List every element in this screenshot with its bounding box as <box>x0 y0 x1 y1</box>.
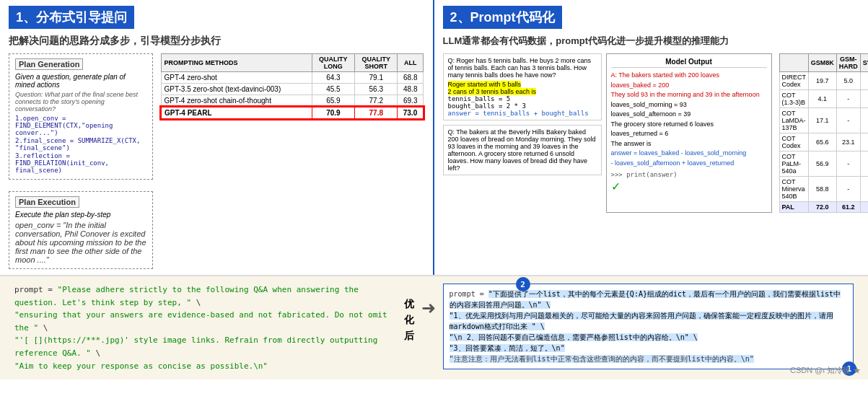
gsm-row-1: COT (1.3-3)B4.1-12.616.9-- <box>779 90 868 108</box>
gsm-cell-2-3: 39.9 <box>860 108 868 133</box>
col-quality-short: QUALITYSHORT <box>355 54 398 72</box>
gsm-row-3: COT Codex65.623.174.876.989.191.9 <box>779 133 868 152</box>
gsm-cell-2-2: - <box>836 108 860 133</box>
gsm-cell-2-1: 17.1 <box>808 108 836 133</box>
all-cell: 68.8 <box>398 72 424 84</box>
prompt-after-line-2: "\n 2、回答问题不要自己编造信息，需要严格参照list中的内容给。\n" \ <box>450 332 847 343</box>
check-icon: ✓ <box>611 180 621 193</box>
col-methods: PROMPTING METHODS <box>161 54 312 72</box>
prompting-table: PROMPTING METHODS QUALITYLONG QUALITYSHO… <box>160 53 424 120</box>
badge-2: 2 <box>516 277 530 291</box>
col-all: ALL <box>398 54 424 72</box>
model-line-2: They sold 93 in the morning and 39 in th… <box>611 90 767 100</box>
q2-text: Q: The bakers at the Beverly Hills Baker… <box>448 128 596 172</box>
plan-generation-desc: Given a question, generate plan of mined… <box>15 73 146 89</box>
main-container: 1、分布式引导提问 把解决问题的思路分成多步，引导模型分步执行 Plan Gen… <box>0 0 868 379</box>
short-cell: 77.8 <box>355 107 398 119</box>
bottom-right: 优 化 后 ➜ 2 prompt = "下面提供了一个list，其中的每个元素是… <box>404 284 854 369</box>
gsm-cell-5-0: COT Minerva 540B <box>779 177 808 202</box>
model-output-title: Model Output <box>611 58 767 68</box>
left-panel: 1、分布式引导提问 把解决问题的思路分成多步，引导模型分步执行 Plan Gen… <box>0 0 434 275</box>
model-line-9: - loaves_sold_afternoon + loaves_returne… <box>611 159 767 169</box>
gsm-cell-3-0: COT Codex <box>779 133 808 152</box>
gsm-cell-3-1: 65.6 <box>808 133 836 152</box>
gsm-cell-5-2: - <box>836 177 860 202</box>
model-output-text: A: The bakers started with 200 loavesloa… <box>611 71 767 168</box>
gsm-cell-6-0: PAL <box>779 202 808 213</box>
a1-highlight2: 2 cans of 3 tennis balls each is <box>448 88 537 95</box>
gsm-row-4: COT PaLM-540a56.9-79.073.992.394.1 <box>779 152 868 177</box>
section2-subtitle: LLM通常都会有代码数据，prompt代码化进一步提升模型的推理能力 <box>443 35 860 48</box>
gsm-cell-4-0: COT PaLM-540a <box>779 152 808 177</box>
gsm-cell-6-3: 79.4 <box>860 202 868 213</box>
a1-code2: bought_balls = 2 * 3 <box>448 102 526 110</box>
gsm-row-2: COT LaMDA-137B17.1-39.949.0-- <box>779 108 868 133</box>
prompt-after-line-1: "1、优先采用找到与用户问题最相关的，尽可能给大量的内容来回答用户问题，确保答案… <box>450 310 847 332</box>
model-output-box: Model Output A: The bakers started with … <box>606 53 772 213</box>
gsm-cell-0-1: 19.7 <box>808 72 836 90</box>
gsm-cell-6-1: 72.0 <box>808 202 836 213</box>
gsm-cell-0-2: 5.0 <box>836 72 860 90</box>
right-panel: 2、Prompt代码化 LLM通常都会有代码数据，prompt代码化进一步提升模… <box>434 0 869 275</box>
gsm-header-3: SVAMP <box>860 54 868 72</box>
gsm-header-0 <box>779 54 808 72</box>
plan-generation-title: Plan Generation <box>15 58 83 70</box>
plan-left-col: Plan Generation Given a question, genera… <box>9 53 153 269</box>
method-cell: GPT-4 zero-shot <box>161 72 312 84</box>
plan-execution-title: Plan Execution <box>15 196 79 208</box>
section1-header: 1、分布式引导提问 <box>9 6 134 29</box>
prompt-after-line-4: "注意注意：用户无法看到list中正常包含这些查询的的内容，而不要提到list中… <box>450 354 847 364</box>
model-line-8: answer = loaves_baked - loaves_sold_morn… <box>611 149 767 159</box>
a1-area: Roger started with 5 balls 2 cans of 3 t… <box>448 81 597 117</box>
gsm-cell-0-3: 69.9 <box>860 72 868 90</box>
all-cell: 69.3 <box>398 95 424 107</box>
model-output-answer: >>> print(answer) <box>611 171 767 178</box>
gsm-cell-3-3: 74.8 <box>860 133 868 152</box>
code-before-line-1: "ensuring that your answers are evidence… <box>14 309 390 334</box>
a1-answer: answer = tennis_balls + bought_balls <box>448 110 589 117</box>
method-cell: GPT-4 zero-shot chain-of-thought <box>161 95 312 107</box>
section1-subtitle: 把解决问题的思路分成多步，引导模型分步执行 <box>9 35 424 48</box>
plan-execution-desc: Execute the plan step-by-step <box>15 211 146 219</box>
plan-execution-box: Plan Execution Execute the plan step-by-… <box>9 191 153 269</box>
section2-header: 2、Prompt代码化 <box>443 6 562 29</box>
model-line-7: The answer is <box>611 139 767 149</box>
gsm-row-5: COT Minerva 540B58.8----- <box>779 177 868 202</box>
long-cell: 70.9 <box>312 107 354 119</box>
gsm-row-6: PAL72.061.279.479.696.194.6 <box>779 202 868 213</box>
opt-label: 优 化 后 <box>404 284 414 343</box>
long-cell: 45.5 <box>312 84 354 95</box>
gsm-cell-4-1: 56.9 <box>808 152 836 177</box>
gsm-cell-2-0: COT LaMDA-137B <box>779 108 808 133</box>
short-cell: 79.1 <box>355 72 398 84</box>
prompting-table-wrap: PROMPTING METHODS QUALITYLONG QUALITYSHO… <box>160 53 424 269</box>
code-before-line-0: prompt = "Please adhere strictly to the … <box>14 284 390 309</box>
method-cell: GPT-4 PEARL <box>161 107 312 119</box>
gsm-cell-1-3: 12.6 <box>860 90 868 108</box>
plan-generation-question: Question: What part of the final scene b… <box>15 91 146 113</box>
code-line-2: 2.final_scene = SUMMARIZE_X(CTX, "final_… <box>15 137 146 152</box>
left-content: Plan Generation Given a question, genera… <box>9 53 424 269</box>
code-line-3: 3.reflection = FIND_RELATION(init_conv, … <box>15 152 146 174</box>
prompting-row-2: GPT-4 zero-shot chain-of-thought 65.9 77… <box>161 95 424 107</box>
right-sub-area: Q: Roger has 5 tennis balls. He buys 2 m… <box>443 53 772 213</box>
model-line-4: loaves_sold_afternoon = 39 <box>611 110 767 120</box>
gsm-table: GSM8KGSM-HARDSVAMPASDIVSINGLEEQSINGLEOP … <box>779 53 869 213</box>
right-content: Q: Roger has 5 tennis balls. He buys 2 m… <box>443 53 860 213</box>
all-cell: 73.0 <box>398 107 424 119</box>
gsm-cell-1-0: COT (1.3-3)B <box>779 90 808 108</box>
gsm-row-0: DIRECT Codex19.75.069.974.086.893.1 <box>779 72 868 90</box>
gsm-cell-3-2: 23.1 <box>836 133 860 152</box>
long-cell: 64.3 <box>312 72 354 84</box>
problem-col: Q: Roger has 5 tennis balls. He buys 2 m… <box>443 53 602 213</box>
short-cell: 77.2 <box>355 95 398 107</box>
gsm-header-1: GSM8K <box>808 54 836 72</box>
gsm-cell-0-0: DIRECT Codex <box>779 72 808 90</box>
opt-char1: 优 <box>404 298 414 311</box>
gsm-header-2: GSM-HARD <box>836 54 860 72</box>
col-quality-long: QUALITYLONG <box>312 54 354 72</box>
prompting-row-0: GPT-4 zero-shot 64.3 79.1 68.8 <box>161 72 424 84</box>
problem-q2: Q: The bakers at the Beverly Hills Baker… <box>443 125 602 175</box>
code-line-1: 1.open_conv = FIND_ELEMENT(CTX,"opening … <box>15 115 146 136</box>
model-line-6: loaves_returned = 6 <box>611 129 767 139</box>
